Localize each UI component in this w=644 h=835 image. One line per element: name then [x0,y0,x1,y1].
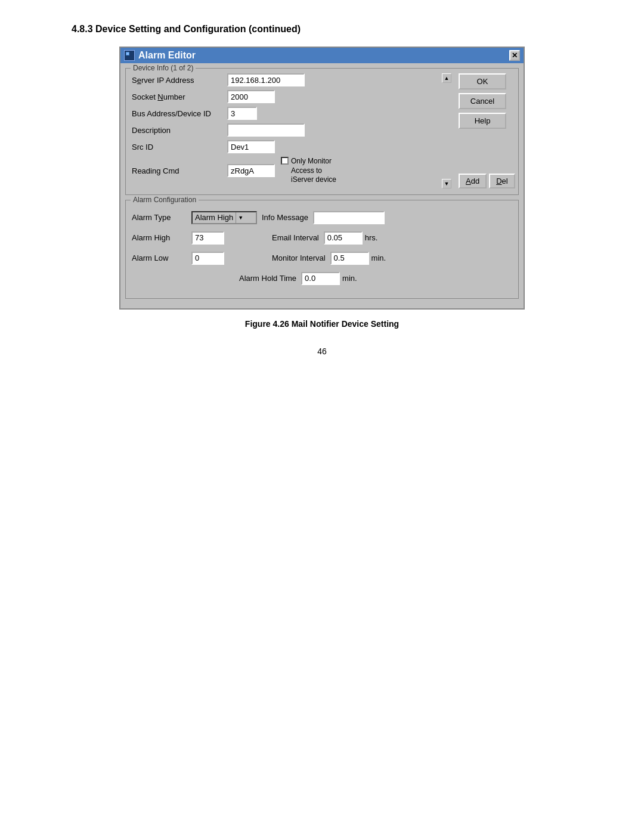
alarm-high-input[interactable] [191,231,224,245]
window-body: Device Info (1 of 2) Server IP Address [120,63,524,308]
socket-number-label: Socket Number [132,92,227,101]
alarm-type-row: Alarm Type Alarm High ▼ Info Message [132,211,512,224]
alarm-hold-time-input[interactable] [301,272,340,285]
monitor-access-checkbox[interactable] [281,157,289,165]
email-interval-label: Email Interval [272,233,319,242]
src-id-label: Src ID [132,143,227,151]
device-info-fields: Server IP Address Socket Number Bus Addr… [132,73,435,188]
add-button[interactable]: Add [459,174,487,188]
reading-cmd-label: Reading Cmd [132,166,227,175]
alarm-type-label: Alarm Type [132,213,191,222]
alarm-low-input[interactable] [191,252,224,265]
alarm-hold-time-row: Alarm Hold Time min. [132,272,512,285]
window-titlebar: Alarm Editor ✕ [120,48,524,63]
section-heading: 4.8.3 Device Setting and Configuration (… [72,24,572,35]
del-button[interactable]: Del [489,174,515,188]
alarm-high-row: Alarm High Email Interval hrs. [132,231,512,245]
socket-number-input[interactable] [227,90,275,103]
src-id-row: Src ID [132,140,435,153]
alarm-type-select[interactable]: Alarm High ▼ [191,211,257,224]
alarm-low-label: Alarm Low [132,253,191,262]
bus-address-input[interactable] [227,107,257,120]
monitor-interval-label: Monitor Interval [272,253,326,262]
page-number: 46 [72,347,572,356]
reading-cmd-row: Reading Cmd Only Monitor Access to iServ… [132,157,435,185]
window-title: Alarm Editor [138,50,196,61]
bus-address-label: Bus Address/Device ID [132,109,227,118]
alarm-config-group: Alarm Configuration Alarm Type Alarm Hig… [125,200,519,299]
alarm-high-label: Alarm High [132,233,191,242]
device-info-group-label: Device Info (1 of 2) [131,64,196,72]
figure-caption: Figure 4.26 Mail Notifier Device Setting [72,319,572,329]
cancel-button[interactable]: Cancel [459,93,506,109]
ok-button[interactable]: OK [459,73,506,89]
bus-address-row: Bus Address/Device ID [132,107,435,120]
scroll-down-arrow[interactable]: ▼ [442,179,451,188]
alarm-type-dropdown-arrow[interactable]: ▼ [236,212,245,223]
monitor-interval-input[interactable] [330,252,369,265]
info-message-input[interactable] [313,211,385,224]
right-buttons: OK Cancel Help Add Del [459,73,512,188]
socket-number-row: Socket Number [132,90,435,103]
src-id-input[interactable] [227,140,275,153]
alarm-hold-time-unit: min. [342,274,357,283]
reading-cmd-input[interactable] [227,164,275,177]
alarm-hold-time-label: Alarm Hold Time [239,274,296,283]
monitor-access-label: Only Monitor Access to iServer device [291,157,345,185]
description-input[interactable] [227,123,305,137]
alarm-low-row: Alarm Low Monitor Interval min. [132,252,512,265]
titlebar-left: Alarm Editor [124,50,196,61]
close-button[interactable]: ✕ [509,50,520,61]
server-ip-label: Server IP Address [132,76,227,85]
description-label: Description [132,126,227,135]
scroll-up-arrow[interactable]: ▲ [442,73,451,83]
alarm-editor-window: Alarm Editor ✕ Device Info (1 of 2) Serv… [119,47,525,310]
alarm-config-group-label: Alarm Configuration [131,196,199,204]
info-message-label: Info Message [262,213,308,222]
description-row: Description [132,123,435,137]
email-interval-input[interactable] [324,231,363,245]
device-info-group: Device Info (1 of 2) Server IP Address [125,68,519,195]
window-icon [124,50,135,61]
device-info-content: Server IP Address Socket Number Bus Addr… [132,73,512,188]
email-interval-unit: hrs. [365,233,378,242]
server-ip-input[interactable] [227,73,305,86]
help-button[interactable]: Help [459,113,506,129]
svg-rect-2 [126,52,129,55]
alarm-type-value: Alarm High [193,213,236,222]
scrollbar-area: ▲ ▼ [442,73,451,188]
monitor-interval-unit: min. [371,253,386,262]
add-del-buttons: Add Del [459,174,512,188]
server-ip-row: Server IP Address [132,73,435,86]
